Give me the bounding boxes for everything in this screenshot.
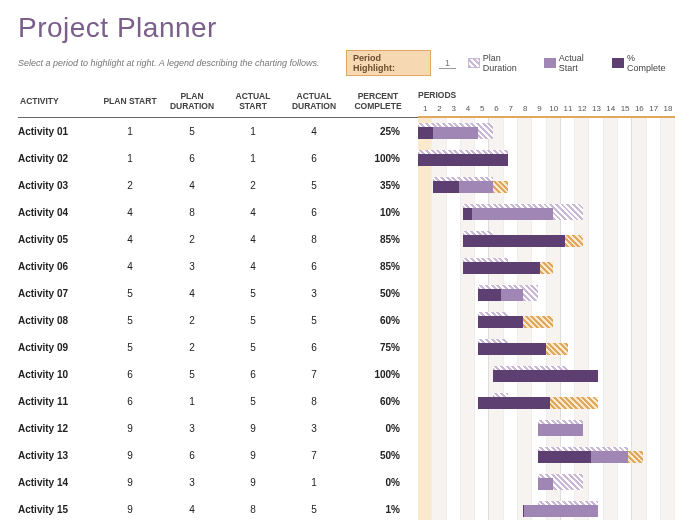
- bar-complete: [433, 181, 459, 193]
- cell-pct: 25%: [346, 126, 410, 137]
- table-row[interactable]: Activity 04484610%: [18, 199, 418, 226]
- cell-plan-start: 9: [100, 504, 160, 515]
- cell-plan-dur: 6: [160, 153, 224, 164]
- gantt-row: [418, 226, 675, 253]
- cell-actual-start: 1: [224, 126, 282, 137]
- cell-actual-start: 4: [224, 207, 282, 218]
- plan-duration-swatch-icon: [468, 58, 480, 68]
- cell-actual-start: 5: [224, 288, 282, 299]
- cell-plan-dur: 2: [160, 342, 224, 353]
- bar-overrun: [628, 451, 643, 463]
- legend-plan: Plan Duration: [468, 53, 536, 73]
- period-col-17: 17: [647, 104, 661, 116]
- period-highlight-value[interactable]: 1: [439, 58, 456, 69]
- cell-activity: Activity 12: [18, 423, 100, 434]
- cell-plan-dur: 6: [160, 450, 224, 461]
- table-row[interactable]: Activity 11615860%: [18, 388, 418, 415]
- cell-pct: 50%: [346, 450, 410, 461]
- period-col-11: 11: [561, 104, 575, 116]
- legend-actual: Actual Start: [544, 53, 604, 73]
- bar-complete: [538, 451, 591, 463]
- period-col-13: 13: [589, 104, 603, 116]
- cell-plan-dur: 3: [160, 477, 224, 488]
- period-highlight-label: Period Highlight:: [346, 50, 431, 76]
- period-col-7: 7: [504, 104, 518, 116]
- bar-actual: [463, 208, 553, 220]
- cell-activity: Activity 04: [18, 207, 100, 218]
- bar-actual: [523, 505, 598, 517]
- gantt-chart: PERIODS 123456789101112131415161718: [418, 86, 675, 520]
- gantt-row: [418, 469, 675, 496]
- cell-plan-start: 1: [100, 153, 160, 164]
- cell-pct: 60%: [346, 315, 410, 326]
- cell-actual-dur: 3: [282, 423, 346, 434]
- bar-overrun: [493, 181, 508, 193]
- cell-actual-dur: 3: [282, 288, 346, 299]
- table-row[interactable]: Activity 021616100%: [18, 145, 418, 172]
- table-row[interactable]: Activity 01151425%: [18, 118, 418, 145]
- cell-plan-start: 5: [100, 288, 160, 299]
- period-col-3: 3: [447, 104, 461, 116]
- cell-plan-dur: 1: [160, 396, 224, 407]
- gantt-row: [418, 307, 675, 334]
- cell-plan-start: 9: [100, 477, 160, 488]
- bar-complete: [418, 154, 508, 166]
- cell-activity: Activity 13: [18, 450, 100, 461]
- period-col-14: 14: [604, 104, 618, 116]
- table-row[interactable]: Activity 05424885%: [18, 226, 418, 253]
- complete-swatch-icon: [612, 58, 624, 68]
- bar-actual: [538, 478, 553, 490]
- col-activity: ACTIVITY: [18, 97, 100, 106]
- table-row[interactable]: Activity 09525675%: [18, 334, 418, 361]
- instruction-text: Select a period to highlight at right. A…: [18, 58, 338, 68]
- table-row[interactable]: Activity 07545350%: [18, 280, 418, 307]
- table-row[interactable]: Activity 106567100%: [18, 361, 418, 388]
- period-col-5: 5: [475, 104, 489, 116]
- table-row[interactable]: Activity 1594851%: [18, 496, 418, 520]
- period-col-18: 18: [661, 104, 675, 116]
- cell-plan-dur: 5: [160, 126, 224, 137]
- actual-start-swatch-icon: [544, 58, 556, 68]
- cell-plan-dur: 5: [160, 369, 224, 380]
- cell-activity: Activity 11: [18, 396, 100, 407]
- gantt-row: [418, 199, 675, 226]
- period-col-9: 9: [532, 104, 546, 116]
- col-plan-start: PLAN START: [100, 97, 160, 106]
- cell-pct: 60%: [346, 396, 410, 407]
- cell-pct: 100%: [346, 369, 410, 380]
- table-row[interactable]: Activity 13969750%: [18, 442, 418, 469]
- cell-plan-dur: 4: [160, 288, 224, 299]
- gantt-row: [418, 145, 675, 172]
- cell-actual-dur: 7: [282, 450, 346, 461]
- cell-actual-dur: 5: [282, 180, 346, 191]
- gantt-row: [418, 361, 675, 388]
- legend-plan-label: Plan Duration: [483, 53, 536, 73]
- cell-actual-dur: 6: [282, 207, 346, 218]
- bar-complete: [463, 208, 472, 220]
- period-col-6: 6: [489, 104, 503, 116]
- table-row[interactable]: Activity 1293930%: [18, 415, 418, 442]
- table-row[interactable]: Activity 08525560%: [18, 307, 418, 334]
- bar-complete: [493, 370, 598, 382]
- bar-complete: [523, 505, 524, 517]
- cell-actual-start: 9: [224, 477, 282, 488]
- table-row[interactable]: Activity 1493910%: [18, 469, 418, 496]
- cell-pct: 35%: [346, 180, 410, 191]
- cell-actual-dur: 8: [282, 396, 346, 407]
- table-row[interactable]: Activity 06434685%: [18, 253, 418, 280]
- cell-pct: 100%: [346, 153, 410, 164]
- period-col-16: 16: [632, 104, 646, 116]
- cell-activity: Activity 08: [18, 315, 100, 326]
- cell-plan-dur: 3: [160, 423, 224, 434]
- cell-pct: 0%: [346, 423, 410, 434]
- table-header: ACTIVITY PLAN START PLAN DURATION ACTUAL…: [18, 86, 418, 118]
- cell-actual-dur: 4: [282, 126, 346, 137]
- cell-plan-start: 9: [100, 423, 160, 434]
- col-plan-dur: PLAN DURATION: [160, 92, 224, 111]
- col-actual-start: ACTUAL START: [224, 92, 282, 111]
- cell-activity: Activity 10: [18, 369, 100, 380]
- bar-complete: [463, 262, 540, 274]
- table-row[interactable]: Activity 03242535%: [18, 172, 418, 199]
- legend-row: Select a period to highlight at right. A…: [18, 50, 675, 76]
- gantt-row: [418, 172, 675, 199]
